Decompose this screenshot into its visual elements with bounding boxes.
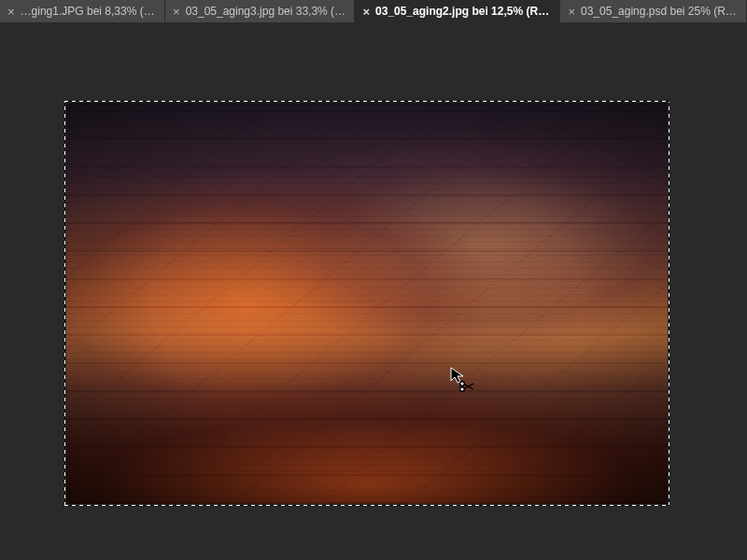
close-icon[interactable]: ×	[7, 6, 15, 18]
tab-label: 03_05_aging3.jpg bei 33,3% (R…	[186, 5, 347, 18]
document-tab[interactable]: × …ging1.JPG bei 8,33% (R…	[0, 0, 165, 22]
document-tab[interactable]: × 03_05_aging.psd bei 25% (RG…	[560, 0, 747, 22]
close-icon[interactable]: ×	[568, 6, 575, 18]
workspace[interactable]	[0, 22, 747, 560]
tab-label: …ging1.JPG bei 8,33% (R…	[21, 5, 157, 18]
tab-label: 03_05_aging2.jpg bei 12,5% (RGB/8)	[375, 5, 552, 18]
tab-label: 03_05_aging.psd bei 25% (RG…	[581, 5, 739, 18]
image-texture-overlay	[66, 103, 668, 504]
image-vignette	[66, 103, 668, 504]
image-canvas[interactable]	[66, 103, 668, 504]
close-icon[interactable]: ×	[173, 6, 180, 18]
close-icon[interactable]: ×	[362, 6, 370, 18]
document-tab-bar: × …ging1.JPG bei 8,33% (R… × 03_05_aging…	[0, 0, 747, 22]
document-tab-active[interactable]: × 03_05_aging2.jpg bei 12,5% (RGB/8)	[355, 0, 560, 22]
document-tab[interactable]: × 03_05_aging3.jpg bei 33,3% (R…	[165, 0, 355, 22]
